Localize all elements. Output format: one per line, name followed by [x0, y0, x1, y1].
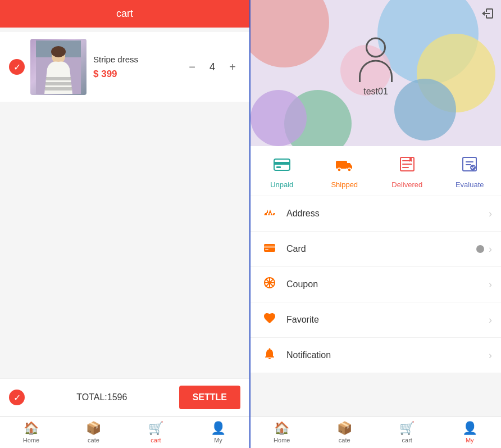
left-header: cart	[0, 0, 249, 28]
shipped-icon	[335, 155, 353, 177]
right-nav-cate-label: cate	[339, 437, 350, 444]
username-label: test01	[363, 87, 388, 97]
unpaid-label: Unpaid	[270, 180, 293, 189]
my-icon-left: 👤	[211, 421, 226, 436]
svg-rect-18	[265, 249, 268, 250]
address-chevron-icon: ›	[489, 208, 492, 220]
settle-button[interactable]: SETTLE	[179, 386, 240, 409]
avatar-head	[366, 37, 386, 57]
coupon-chevron-icon: ›	[489, 279, 492, 291]
left-nav-my-label: My	[214, 437, 222, 444]
quantity-increase-button[interactable]: +	[225, 59, 240, 75]
left-nav-home[interactable]: 🏠 Home	[0, 417, 62, 448]
coupon-icon	[259, 276, 280, 293]
cart-icon: 🛒	[148, 421, 163, 436]
right-nav-cart[interactable]: 🛒 cart	[376, 417, 439, 448]
product-thumbnail	[30, 39, 86, 95]
order-status-row: Unpaid Shipped Delivered	[250, 146, 501, 196]
address-icon	[259, 205, 280, 222]
cart-total: TOTAL:1596	[76, 392, 127, 402]
logout-button[interactable]	[481, 7, 494, 24]
coupon-label: Coupon	[286, 279, 489, 289]
right-nav-home[interactable]: 🏠 Home	[250, 417, 313, 448]
delivered-label: Delivered	[391, 180, 422, 189]
svg-rect-9	[276, 166, 281, 168]
left-nav-home-label: Home	[23, 437, 39, 444]
home-icon: 🏠	[24, 421, 39, 436]
svg-rect-8	[274, 162, 290, 165]
cart-item-price: $ 399	[93, 69, 177, 80]
right-nav-home-label: Home	[274, 437, 290, 444]
left-nav-cart[interactable]: 🛒 cart	[125, 417, 187, 448]
left-bottom-nav: 🏠 Home 📦 cate 🛒 cart 👤 My	[0, 416, 249, 448]
cart-title: cart	[116, 8, 133, 19]
svg-rect-5	[45, 82, 71, 85]
quantity-controls: − 4 +	[184, 59, 240, 75]
left-panel: cart ✓	[0, 0, 250, 448]
right-nav-my[interactable]: 👤 My	[439, 417, 502, 448]
evaluate-label: Evaluate	[456, 180, 484, 189]
quantity-decrease-button[interactable]: −	[184, 59, 200, 75]
svg-rect-17	[264, 246, 275, 248]
right-nav-my-label: My	[466, 437, 474, 444]
status-unpaid[interactable]: Unpaid	[250, 155, 313, 189]
quantity-value: 4	[207, 61, 218, 73]
footer-select-all-checkbox[interactable]: ✓	[9, 390, 25, 405]
avatar	[353, 37, 398, 82]
right-nav-cate[interactable]: 📦 cate	[313, 417, 376, 448]
svg-rect-6	[45, 87, 72, 90]
favorite-icon	[259, 311, 280, 328]
right-cate-icon: 📦	[337, 421, 352, 436]
right-nav-cart-label: cart	[402, 437, 412, 444]
right-panel: test01 Unpaid Shi	[250, 0, 501, 448]
cart-item-image	[30, 39, 86, 95]
cart-item-info: Stripe dress $ 399	[86, 55, 184, 80]
svg-rect-4	[46, 77, 71, 80]
notification-label: Notification	[286, 350, 489, 360]
right-home-icon: 🏠	[274, 421, 289, 436]
card-icon	[259, 241, 280, 257]
favorite-chevron-icon: ›	[489, 314, 492, 326]
svg-point-3	[51, 46, 66, 57]
profile-banner: test01	[250, 0, 501, 146]
status-evaluate[interactable]: Evaluate	[439, 155, 502, 189]
menu-item-card[interactable]: Card ›	[250, 232, 501, 267]
shipped-label: Shipped	[331, 180, 358, 189]
right-cart-icon: 🛒	[399, 421, 415, 436]
menu-item-coupon[interactable]: Coupon ›	[250, 267, 501, 302]
menu-item-address[interactable]: Address ›	[250, 196, 501, 232]
favorite-label: Favorite	[286, 315, 489, 325]
avatar-body	[359, 60, 393, 82]
svg-point-12	[348, 168, 351, 171]
evaluate-icon	[461, 155, 479, 177]
card-chevron-icon: ›	[489, 243, 492, 255]
cart-item-row: ✓ Stri	[0, 32, 249, 102]
unpaid-icon	[273, 155, 291, 177]
status-shipped[interactable]: Shipped	[313, 155, 376, 189]
menu-section: Address › Card ›	[250, 196, 501, 416]
card-badge	[476, 245, 484, 253]
left-nav-cart-label: cart	[151, 437, 161, 444]
menu-item-favorite[interactable]: Favorite ›	[250, 302, 501, 338]
left-nav-cate-label: cate	[88, 437, 99, 444]
svg-point-11	[338, 168, 341, 171]
right-my-icon: 👤	[462, 421, 477, 436]
notification-chevron-icon: ›	[489, 350, 492, 361]
delivered-icon	[398, 155, 416, 177]
menu-item-notification[interactable]: Notification ›	[250, 338, 501, 373]
left-content-spacer	[0, 102, 249, 378]
cart-item-checkbox[interactable]: ✓	[9, 59, 25, 75]
bubble-1	[250, 0, 329, 67]
right-bottom-nav: 🏠 Home 📦 cate 🛒 cart 👤 My	[250, 416, 501, 448]
left-nav-my[interactable]: 👤 My	[187, 417, 249, 448]
notification-icon	[259, 347, 280, 364]
address-label: Address	[286, 209, 489, 219]
bubble-7	[394, 79, 456, 141]
cate-icon: 📦	[86, 421, 101, 436]
status-delivered[interactable]: Delivered	[376, 155, 439, 189]
card-label: Card	[286, 244, 476, 254]
avatar-container: test01	[353, 37, 398, 97]
left-nav-cate[interactable]: 📦 cate	[62, 417, 125, 448]
cart-item-name: Stripe dress	[93, 55, 177, 64]
left-footer: ✓ TOTAL:1596 SETTLE	[0, 378, 249, 416]
